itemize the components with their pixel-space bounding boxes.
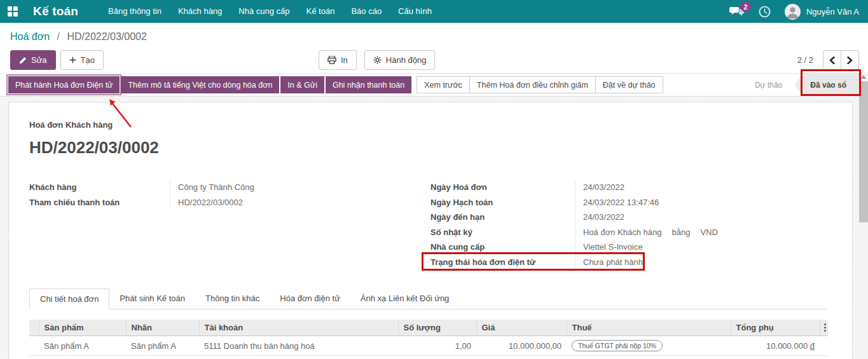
- breadcrumb-current: HD/2022/03/0002: [67, 31, 146, 42]
- field-journal-value[interactable]: Hoá đơn Khách hàngbằngVND: [575, 225, 827, 240]
- field-journal-label: Số nhật ký: [431, 225, 575, 240]
- tab-invoice-lines[interactable]: Chi tiết hoá đơn: [29, 288, 109, 309]
- field-accounting-date-label: Ngày Hạch toán: [431, 195, 575, 210]
- chevron-left-icon: [829, 57, 835, 64]
- field-einvoice-provider-value: Viettel S-Invoice: [575, 240, 827, 255]
- grid-square: [13, 12, 18, 17]
- grid-square: [8, 12, 12, 17]
- status-posted[interactable]: Đã vào sổ: [795, 74, 859, 96]
- tab-einvoice[interactable]: Hóa đơn điện tử: [270, 288, 350, 309]
- user-menu[interactable]: Nguyễn Văn A: [785, 4, 859, 20]
- tab-other-info[interactable]: Thông tin khác: [195, 288, 270, 309]
- column-tax[interactable]: Thuế: [567, 320, 731, 336]
- scrollbar-thumb[interactable]: [859, 81, 868, 222]
- register-payment-button[interactable]: Ghi nhận thanh toán: [326, 76, 411, 93]
- field-due-date: Ngày đến hạn 24/03/2022: [431, 210, 827, 225]
- cell-price[interactable]: 10.000.000,00: [476, 336, 567, 356]
- currency-symbol: đ: [810, 341, 815, 351]
- menu-item-customers[interactable]: Khách hàng: [170, 0, 230, 23]
- create-button-label: Tạo: [81, 55, 95, 65]
- invoice-sheet: Hoá đơn Khách hàng HD/2022/03/0002 Khách…: [8, 102, 853, 359]
- field-customer-value[interactable]: Công ty Thành Công: [170, 180, 418, 195]
- menu-item-configuration[interactable]: Cấu hình: [390, 0, 440, 23]
- field-payment-reference-value: HD/2022/03/0002: [170, 195, 418, 210]
- add-vietnamese-description-button[interactable]: Thêm mô tả tiếng Việt cho dòng hóa đơn: [121, 76, 279, 93]
- action-button[interactable]: Hành động: [364, 50, 436, 70]
- cell-tax: Thuế GTGT phải nộp 10%: [567, 336, 731, 356]
- invoice-number-title: HD/2022/03/0002: [29, 138, 827, 158]
- apps-grid-icon[interactable]: [8, 6, 18, 17]
- create-button[interactable]: Tạo: [60, 50, 104, 70]
- column-price[interactable]: Giá: [476, 320, 567, 336]
- vertical-scrollbar[interactable]: [859, 72, 868, 359]
- field-invoice-date-label: Ngày Hoá đơn: [431, 180, 575, 195]
- user-name: Nguyễn Văn A: [806, 7, 859, 17]
- pager-next-button[interactable]: [841, 50, 859, 70]
- field-invoice-date-value: 24/03/2022: [575, 180, 827, 195]
- person-icon: [785, 4, 801, 20]
- field-einvoice-provider-label: Nhà cung cấp: [431, 240, 575, 255]
- column-product[interactable]: Sản phẩm: [39, 320, 126, 336]
- menu-item-reports[interactable]: Báo cáo: [343, 0, 390, 23]
- print-action-group: In Hành động: [319, 50, 435, 70]
- reset-to-draft-button[interactable]: Đặt về dự thảo: [595, 76, 663, 93]
- pager-previous-button[interactable]: [823, 50, 841, 70]
- chevron-right-icon: [847, 57, 853, 64]
- cell-label[interactable]: Sản phẩm A: [126, 336, 199, 356]
- avatar: [785, 4, 801, 20]
- journal-name[interactable]: Hoá đơn Khách hàng: [583, 227, 661, 237]
- tax-badge[interactable]: Thuế GTGT phải nộp 10%: [572, 340, 663, 351]
- messages-count-badge: 2: [740, 1, 751, 12]
- navbar-right: 2 Nguyễn Văn A: [729, 4, 859, 20]
- document-type-label: Hoá đơn Khách hàng: [29, 120, 827, 130]
- grid-square: [13, 6, 18, 11]
- breadcrumb-parent-link[interactable]: Hoá đơn: [10, 31, 50, 42]
- column-quantity[interactable]: Số lượng: [398, 320, 476, 336]
- add-credit-note-button[interactable]: Thêm Hoá đơn điều chỉnh giảm: [469, 76, 596, 93]
- field-payment-reference: Tham chiếu thanh toán HD/2022/03/0002: [29, 195, 418, 210]
- journal-currency[interactable]: VND: [700, 227, 717, 237]
- pager-value: 2 / 2: [797, 55, 813, 65]
- pencil-icon: [19, 57, 27, 64]
- edit-button[interactable]: Sửa: [10, 50, 56, 70]
- field-customer-label: Khách hàng: [29, 180, 170, 195]
- tab-journal-items[interactable]: Phát sinh Kế toán: [109, 288, 195, 309]
- table-header-row: Sản phẩm Nhãn Tài khoản Số lượng Giá Thu…: [29, 320, 828, 336]
- field-due-date-label: Ngày đến hạn: [431, 210, 575, 225]
- column-subtotal[interactable]: Tổng phụ: [731, 320, 820, 336]
- cell-subtotal: 10.000.000 đ: [731, 336, 820, 356]
- menu-item-vendors[interactable]: Nhà cung cấp: [230, 0, 298, 23]
- menu-item-dashboard[interactable]: Bảng thông tin: [100, 0, 170, 23]
- field-einvoice-status-value: Chưa phát hành: [575, 255, 827, 270]
- print-and-send-button[interactable]: In & Gửi: [280, 76, 324, 93]
- field-accounting-date: Ngày Hạch toán 24/03/2022 13:47:46: [431, 195, 827, 210]
- cell-product[interactable]: Sản phẩm A: [39, 336, 126, 356]
- publish-einvoice-button[interactable]: Phát hành Hoá đơn Điện tử: [8, 76, 120, 93]
- column-account[interactable]: Tài khoản: [199, 320, 398, 336]
- menu-item-accounting[interactable]: Kế toán: [298, 0, 343, 23]
- field-due-date-value: 24/03/2022: [575, 210, 827, 225]
- tab-counterpart-mapping[interactable]: Ánh xạ Liên kết Đối ứng: [350, 288, 460, 309]
- column-label[interactable]: Nhãn: [126, 320, 199, 336]
- field-payment-reference-label: Tham chiếu thanh toán: [29, 195, 170, 210]
- odoo-invoice-screen: Kế toán Bảng thông tin Khách hàng Nhà cu…: [0, 0, 868, 359]
- cell-account[interactable]: 5111 Doanh thu bán hàng hoá: [199, 336, 398, 356]
- control-panel: Hoá đơn / HD/2022/03/0002 Sửa Tạo: [0, 23, 868, 73]
- app-title[interactable]: Kế toán: [33, 4, 78, 18]
- scrollbar-up-arrow-icon[interactable]: [861, 75, 866, 79]
- table-row[interactable]: Sản phẩm A Sản phẩm A 5111 Doanh thu bán…: [29, 336, 828, 356]
- statusbar: Phát hành Hoá đơn Điện tử Thêm mô tả tiế…: [0, 73, 859, 97]
- action-button-label: Hành động: [386, 55, 427, 65]
- column-handle: [29, 320, 39, 336]
- subtotal-amount: 10.000.000: [766, 341, 808, 351]
- activities-clock-icon[interactable]: [759, 6, 771, 18]
- messages-icon[interactable]: 2: [729, 5, 745, 18]
- field-customer: Khách hàng Công ty Thành Công: [29, 180, 418, 195]
- preview-button[interactable]: Xem trước: [417, 76, 470, 93]
- print-button[interactable]: In: [319, 50, 357, 70]
- invoice-lines-table: Sản phẩm Nhãn Tài khoản Số lượng Giá Thu…: [29, 320, 828, 356]
- status-draft[interactable]: Dự thảo: [755, 81, 795, 90]
- print-button-label: In: [341, 55, 348, 65]
- cell-quantity[interactable]: 1,00: [398, 336, 476, 356]
- notebook-tabs: Chi tiết hoá đơn Phát sinh Kế toán Thông…: [29, 288, 827, 309]
